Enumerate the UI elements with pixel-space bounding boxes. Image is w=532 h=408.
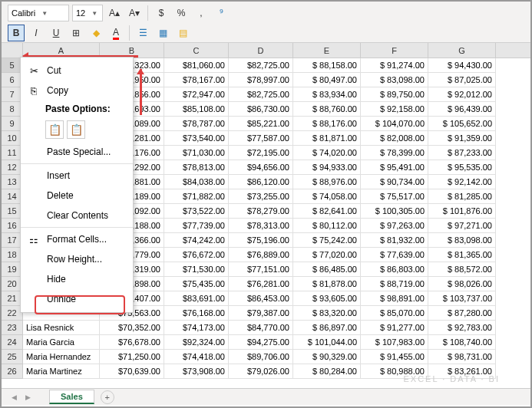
column-header[interactable]: G <box>428 43 496 58</box>
cell[interactable]: $78,813.00 <box>164 160 229 175</box>
font-color-button[interactable]: A <box>107 25 124 41</box>
cell[interactable]: $ 93,605.00 <box>293 291 361 306</box>
menu-cut[interactable]: ✂ Cut <box>21 61 133 81</box>
cell[interactable]: $ 95,535.00 <box>428 160 496 175</box>
cell[interactable]: $ 86,897.00 <box>293 321 361 335</box>
cell[interactable]: $77,587.00 <box>229 131 293 146</box>
cell[interactable]: $ 101,876.00 <box>428 204 496 219</box>
cell[interactable]: $79,387.00 <box>229 306 293 321</box>
comma-button[interactable]: , <box>193 5 210 21</box>
cell[interactable]: $ 90,329.00 <box>293 350 361 364</box>
underline-button[interactable]: U <box>48 25 64 41</box>
menu-copy[interactable]: ⎘ Copy <box>21 81 133 100</box>
cell[interactable]: $ 103,737.00 <box>428 291 496 306</box>
cell[interactable]: $94,275.00 <box>229 335 293 350</box>
cell[interactable]: $ 83,320.00 <box>293 306 361 321</box>
row-header[interactable]: 23 <box>2 321 23 335</box>
cell[interactable]: $ 75,517.00 <box>361 189 428 204</box>
italic-button[interactable]: I <box>28 25 45 41</box>
menu-format-cells[interactable]: ⚏ Format Cells... <box>21 229 133 249</box>
menu-paste-special[interactable]: Paste Special... <box>21 142 133 162</box>
cell[interactable]: $ 90,734.00 <box>361 175 428 189</box>
cell[interactable]: $ 88,760.00 <box>293 102 361 117</box>
cell[interactable]: $74,418.00 <box>164 350 229 364</box>
cell[interactable]: $73,908.00 <box>164 364 229 379</box>
cell[interactable]: $ 108,740.00 <box>428 335 496 350</box>
cell[interactable]: $74,242.00 <box>164 233 229 248</box>
cell[interactable]: $92,324.00 <box>164 335 229 350</box>
cell[interactable]: $ 85,070.00 <box>361 306 428 321</box>
currency-button[interactable]: $ <box>153 5 170 21</box>
cell[interactable]: $75,435.00 <box>164 277 229 291</box>
cell[interactable]: $94,656.00 <box>229 160 293 175</box>
fill-color-button[interactable]: ◆ <box>88 25 104 41</box>
row-header[interactable]: 24 <box>2 335 23 350</box>
menu-insert[interactable]: Insert <box>21 166 133 186</box>
cell[interactable]: $72,947.00 <box>164 87 229 102</box>
cell[interactable]: $ 81,871.00 <box>293 131 361 146</box>
cell[interactable]: $ 105,652.00 <box>428 117 496 131</box>
cell[interactable]: $78,279.00 <box>229 204 293 219</box>
cell[interactable]: $ 78,399.00 <box>361 146 428 160</box>
cell[interactable]: $ 95,491.00 <box>361 160 428 175</box>
cell[interactable]: $ 101,044.00 <box>293 335 361 350</box>
cell[interactable]: $ 91,277.00 <box>361 321 428 335</box>
cell[interactable]: $76,672.00 <box>164 248 229 262</box>
bold-button[interactable]: B <box>8 25 25 41</box>
paste-icon[interactable]: 📋 <box>45 120 64 139</box>
cell[interactable]: $ 94,430.00 <box>428 58 496 73</box>
cell[interactable]: $78,313.00 <box>229 219 293 233</box>
cell[interactable]: $72,195.00 <box>229 146 293 160</box>
cell[interactable]: $ 80,988.00 <box>361 364 428 379</box>
cell[interactable]: $ 96,439.00 <box>428 102 496 117</box>
cell[interactable]: $ 83,261.00 <box>428 364 496 379</box>
cell[interactable]: $71,530.00 <box>164 262 229 277</box>
column-header[interactable]: D <box>229 43 293 58</box>
cell[interactable]: $ 98,731.00 <box>428 350 496 364</box>
cell[interactable]: $ 89,750.00 <box>361 87 428 102</box>
cell[interactable]: $ 81,932.00 <box>361 233 428 248</box>
cell[interactable]: $ 77,020.00 <box>293 248 361 262</box>
cell[interactable]: $ 94,933.00 <box>293 160 361 175</box>
table-format-button[interactable]: ▦ <box>154 25 171 41</box>
cell[interactable]: Maria Martinez <box>23 364 100 379</box>
cell[interactable]: $71,250.00 <box>100 350 164 364</box>
font-size-select[interactable]: 12 ▼ <box>72 5 103 21</box>
cell[interactable]: $ 86,485.00 <box>293 262 361 277</box>
cell-styles-button[interactable]: ▤ <box>174 25 191 41</box>
cell[interactable]: $ 100,305.00 <box>361 204 428 219</box>
increase-font-button[interactable]: A▴ <box>106 5 123 21</box>
cell[interactable]: $ 81,285.00 <box>428 189 496 204</box>
cell[interactable]: $ 91,455.00 <box>361 350 428 364</box>
cell[interactable]: $76,678.00 <box>100 335 164 350</box>
font-name-select[interactable]: Calibri ▼ <box>8 5 69 21</box>
cell[interactable]: $78,787.00 <box>164 117 229 131</box>
cell[interactable]: $78,167.00 <box>164 73 229 87</box>
cell[interactable]: Lisa Resnick <box>23 321 100 335</box>
border-button[interactable]: ⊞ <box>68 25 84 41</box>
cell[interactable]: $73,540.00 <box>164 131 229 146</box>
cell[interactable]: $82,725.00 <box>229 58 293 73</box>
cell[interactable]: $ 74,058.00 <box>293 189 361 204</box>
menu-clear[interactable]: Clear Contents <box>21 206 133 225</box>
cell[interactable]: $71,030.00 <box>164 146 229 160</box>
row-header[interactable]: 26 <box>2 364 23 379</box>
column-header[interactable]: F <box>361 43 428 58</box>
cell[interactable]: $76,281.00 <box>229 277 293 291</box>
cell[interactable]: $77,151.00 <box>229 262 293 277</box>
cell[interactable]: $73,522.00 <box>164 204 229 219</box>
cell[interactable]: Maria Hernandez <box>23 350 100 364</box>
cell[interactable]: $ 86,803.00 <box>361 262 428 277</box>
add-sheet-button[interactable]: + <box>101 390 114 404</box>
cell[interactable]: $86,730.00 <box>229 102 293 117</box>
cell[interactable]: $ 98,891.00 <box>361 291 428 306</box>
number-format-icon[interactable]: ⁹ <box>213 5 230 21</box>
cell[interactable]: $ 74,020.00 <box>293 146 361 160</box>
column-header[interactable]: C <box>164 43 229 58</box>
cell[interactable]: $70,352.00 <box>100 321 164 335</box>
cell[interactable]: $ 80,112.00 <box>293 219 361 233</box>
menu-unhide[interactable]: Unhide <box>21 289 133 309</box>
cell[interactable]: $74,173.00 <box>164 321 229 335</box>
cell[interactable]: $ 91,274.00 <box>361 58 428 73</box>
cell[interactable]: $ 92,142.00 <box>428 175 496 189</box>
